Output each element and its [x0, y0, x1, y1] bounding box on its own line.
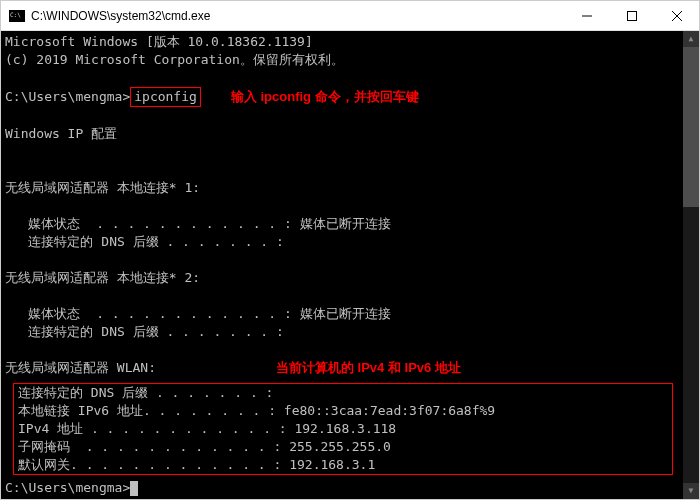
blank-line [5, 341, 695, 359]
blank-line [5, 197, 695, 215]
window-controls [564, 1, 699, 30]
adapter2-title: 无线局域网适配器 本地连接* 2: [5, 269, 695, 287]
wlan-dns: 连接特定的 DNS 后缀 . . . . . . . : [18, 384, 668, 402]
scroll-down-button[interactable]: ▼ [683, 483, 699, 499]
adapter2-dns: 连接特定的 DNS 后缀 . . . . . . . : [5, 323, 695, 341]
version-line: Microsoft Windows [版本 10.0.18362.1139] [5, 33, 695, 51]
wlan-gateway: 默认网关. . . . . . . . . . . . . : 192.168.… [18, 456, 668, 474]
prompt-line-1: C:\Users\mengma>ipconfig 输入 ipconfig 命令，… [5, 87, 695, 107]
command-highlight-box: ipconfig [130, 87, 201, 107]
ipv4-address: 192.168.3.118 [294, 420, 396, 438]
annotation-ip: 当前计算机的 IPv4 和 IPv6 地址 [276, 359, 461, 377]
prompt-line-2: C:\Users\mengma> [5, 479, 695, 497]
blank-line [5, 69, 695, 87]
adapter2-media: 媒体状态 . . . . . . . . . . . . : 媒体已断开连接 [5, 305, 695, 323]
adapter1-dns: 连接特定的 DNS 后缀 . . . . . . . : [5, 233, 695, 251]
prompt-path: C:\Users\mengma> [5, 88, 130, 106]
adapter1-title: 无线局域网适配器 本地连接* 1: [5, 179, 695, 197]
wlan-mask: 子网掩码 . . . . . . . . . . . . : 255.255.2… [18, 438, 668, 456]
ipconfig-title: Windows IP 配置 [5, 125, 695, 143]
adapter1-media: 媒体状态 . . . . . . . . . . . . : 媒体已断开连接 [5, 215, 695, 233]
adapter3-title: 无线局域网适配器 WLAN: [5, 359, 156, 377]
cmd-window: C:\WINDOWS\system32\cmd.exe Microsoft Wi… [0, 0, 700, 500]
svg-rect-1 [627, 11, 636, 20]
blank-line [5, 251, 695, 269]
blank-line [5, 143, 695, 161]
maximize-button[interactable] [609, 1, 654, 30]
minimize-icon [582, 11, 592, 21]
cursor-icon [130, 481, 138, 496]
cmd-icon [9, 10, 25, 22]
prompt-path: C:\Users\mengma> [5, 479, 130, 497]
command-text: ipconfig [134, 89, 197, 104]
close-icon [672, 11, 682, 21]
maximize-icon [627, 11, 637, 21]
copyright-line: (c) 2019 Microsoft Corporation。保留所有权利。 [5, 51, 695, 69]
adapter3-header-row: 无线局域网适配器 WLAN: 当前计算机的 IPv4 和 IPv6 地址 [5, 359, 695, 377]
subnet-mask: 255.255.255.0 [289, 438, 391, 456]
wlan-ipv4: IPv4 地址 . . . . . . . . . . . . : 192.16… [18, 420, 668, 438]
ipv6-address: fe80::3caa:7ead:3f07:6a8f%9 [284, 402, 495, 420]
titlebar[interactable]: C:\WINDOWS\system32\cmd.exe [1, 1, 699, 31]
window-title: C:\WINDOWS\system32\cmd.exe [31, 9, 564, 23]
scrollbar[interactable]: ▲ ▼ [683, 31, 699, 499]
close-button[interactable] [654, 1, 699, 30]
blank-line [5, 107, 695, 125]
wlan-ipv6: 本地链接 IPv6 地址. . . . . . . . : fe80::3caa… [18, 402, 668, 420]
minimize-button[interactable] [564, 1, 609, 30]
terminal-body[interactable]: Microsoft Windows [版本 10.0.18362.1139] (… [1, 31, 699, 499]
default-gateway: 192.168.3.1 [289, 456, 375, 474]
scroll-up-button[interactable]: ▲ [683, 31, 699, 47]
blank-line [5, 287, 695, 305]
scrollbar-thumb[interactable] [683, 47, 699, 207]
ip-info-highlight-box: 连接特定的 DNS 后缀 . . . . . . . : 本地链接 IPv6 地… [13, 383, 673, 475]
annotation-command: 输入 ipconfig 命令，并按回车键 [231, 88, 419, 106]
blank-line [5, 161, 695, 179]
